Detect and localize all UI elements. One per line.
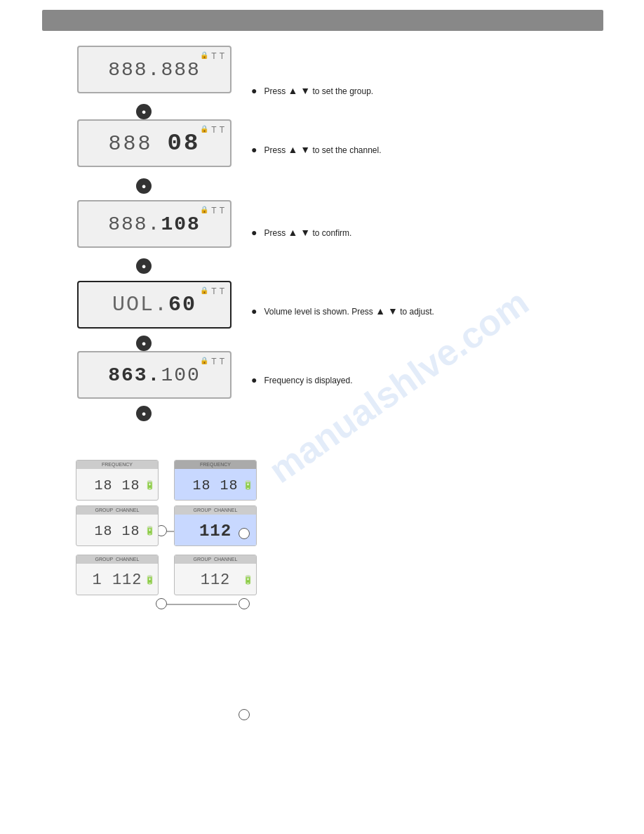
- lock-icon: 🔒: [200, 51, 208, 61]
- dot-4: ●: [251, 305, 257, 317]
- lcd-icons-2: 🔒 T T: [200, 125, 224, 135]
- battery-icon-3a: 🔋: [145, 575, 155, 585]
- open-circle-2: [239, 528, 250, 539]
- small-lcd-num-3a: 1 112: [92, 571, 142, 589]
- t-icon7: T: [211, 286, 216, 296]
- open-circle-3: [156, 598, 167, 609]
- lcd-text-4: UOL.60: [112, 293, 196, 317]
- open-circle-4: [239, 598, 250, 609]
- small-lcd-num-3b: 112: [201, 571, 231, 589]
- lock-icon-5: 🔒: [200, 357, 208, 366]
- lcd-icons-5: 🔒 T T: [200, 357, 224, 366]
- small-lcd-1a: FREQUENCY 18 18 🔋: [76, 460, 159, 501]
- t-icon5: T: [211, 206, 216, 216]
- t-icon1: T: [211, 51, 216, 61]
- small-lcd-header-2a: GROUP CHANNEL: [76, 506, 158, 515]
- t-icon2: T: [220, 51, 224, 61]
- small-lcd-num-2b: 112: [199, 522, 232, 541]
- small-lcd-num-1b: 18 18: [192, 477, 238, 494]
- lcd-text-3: 888.108: [108, 213, 201, 235]
- t-icon3: T: [211, 125, 216, 135]
- dot-3: ●: [251, 227, 257, 238]
- lcd-icons-1: 🔒 T T: [200, 51, 224, 61]
- step-bullet-5: ●: [136, 406, 152, 421]
- desc-text-3: ● Press ▲ ▼ to confirm.: [251, 225, 511, 240]
- header-bar: [42, 10, 603, 31]
- small-lcd-3a: GROUP CHANNEL 1 112 🔋: [76, 555, 159, 595]
- desc-text-1: ● Press ▲ ▼ to set the group.: [251, 83, 511, 98]
- t-icon9: T: [211, 357, 216, 366]
- step-bullet-1: ●: [136, 104, 152, 119]
- lcd-display-2: 🔒 T T 888 08: [77, 119, 232, 167]
- small-lcd-3b: GROUP CHANNEL 112 🔋: [174, 555, 257, 595]
- desc-text-5: ● Frequency is displayed.: [251, 372, 511, 388]
- divider-line-2: [167, 604, 237, 605]
- step-bullet-4: ●: [136, 336, 152, 351]
- t-icon6: T: [220, 206, 224, 216]
- lcd-display-1: 🔒 T T 888.888: [77, 46, 232, 93]
- lcd-text-1: 888.888: [108, 59, 201, 81]
- small-lcd-header-1b: FREQUENCY: [175, 461, 256, 469]
- lock-icon-4: 🔒: [200, 286, 208, 296]
- small-lcd-num-2a: 18 18: [94, 523, 140, 539]
- small-lcd-2b: GROUP CHANNEL 112: [174, 505, 257, 546]
- lock-icon-3: 🔒: [200, 206, 208, 216]
- battery-icon-1a: 🔋: [145, 480, 155, 490]
- lcd-icons-4: 🔒 T T: [200, 286, 224, 296]
- small-lcd-2a: GROUP CHANNEL 18 18 🔋: [76, 505, 159, 546]
- small-lcd-header-1a: FREQUENCY: [76, 461, 158, 469]
- step-bullet-2: ●: [136, 178, 152, 194]
- dot-5: ●: [251, 374, 257, 385]
- lcd-text-2: 888 08: [109, 130, 201, 157]
- t-icon10: T: [220, 357, 224, 366]
- small-lcd-header-3b: GROUP CHANNEL: [175, 555, 256, 564]
- desc-text-4: ● Volume level is shown. Press ▲ ▼ to ad…: [251, 303, 546, 319]
- lcd-icons-3: 🔒 T T: [200, 206, 224, 216]
- small-lcd-header-2b: GROUP CHANNEL: [175, 506, 256, 515]
- lcd-display-5: 🔒 T T 863.100: [77, 351, 232, 399]
- battery-icon-3b: 🔋: [243, 575, 253, 585]
- dot-1: ●: [251, 85, 257, 96]
- t-icon8: T: [220, 286, 224, 296]
- small-lcd-num-1a: 18 18: [94, 477, 140, 494]
- lock-icon-2: 🔒: [200, 125, 208, 135]
- battery-icon-2a: 🔋: [145, 526, 155, 536]
- lcd-display-4: 🔒 T T UOL.60: [77, 281, 232, 329]
- t-icon4: T: [220, 125, 224, 135]
- battery-icon-1b: 🔋: [243, 480, 253, 490]
- open-circle-5: [239, 709, 250, 720]
- lcd-text-5: 863.100: [108, 364, 201, 386]
- small-lcd-1b: FREQUENCY 18 18 🔋: [174, 460, 257, 501]
- dot-2: ●: [251, 144, 257, 155]
- desc-text-2: ● Press ▲ ▼ to set the channel.: [251, 142, 511, 157]
- lcd-display-3: 🔒 T T 888.108: [77, 200, 232, 248]
- step-bullet-3: ●: [136, 258, 152, 274]
- small-lcd-header-3a: GROUP CHANNEL: [76, 555, 158, 564]
